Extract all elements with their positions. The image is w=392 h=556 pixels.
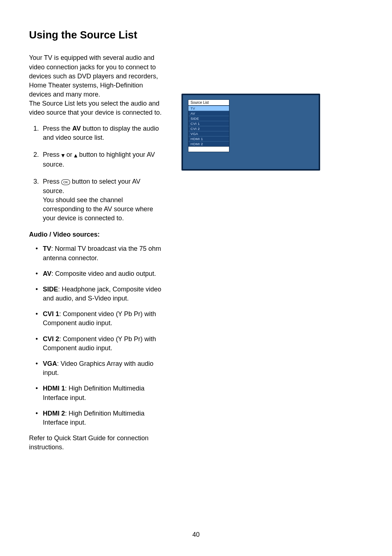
right-column: Source List TV AV SIDE CVI 1 CVI 2 VGA H… xyxy=(181,94,317,171)
osd-item-hdmi2: HDMI 2 xyxy=(188,141,229,146)
osd-item-av: AV xyxy=(188,111,229,116)
source-item: SIDE: Headphone jack, Composite video an… xyxy=(37,285,163,303)
step-3-followup: You should see the channel corresponding… xyxy=(43,196,153,222)
osd-menu: Source List TV AV SIDE CVI 1 CVI 2 VGA H… xyxy=(188,99,229,152)
step-3: Press OK button to select your AV source… xyxy=(41,177,163,223)
osd-item-cvi1: CVI 1 xyxy=(188,121,229,126)
av-button-label: AV xyxy=(72,125,81,132)
intro-paragraph-1: Your TV is equipped with several audio a… xyxy=(29,53,163,99)
osd-footer xyxy=(188,146,229,152)
page-heading: Using the Source List xyxy=(29,29,163,41)
osd-item-cvi2: CVI 2 xyxy=(188,126,229,131)
step-1: Press the AV button to display the audio… xyxy=(41,124,163,142)
intro-paragraph-2: The Source List lets you select the audi… xyxy=(29,99,163,117)
left-column: Using the Source List Your TV is equippe… xyxy=(29,29,163,452)
source-item: TV: Normal TV broadcast via the 75 ohm a… xyxy=(37,244,163,262)
source-item: HDMI 1: High Definition Multimedia Inter… xyxy=(37,384,163,402)
step-2: Press ▾ or ▴ button to highlight your AV… xyxy=(41,150,163,169)
source-item: CVI 1: Component video (Y Pb Pr) with Co… xyxy=(37,310,163,328)
up-arrow-icon: ▴ xyxy=(74,151,77,160)
down-arrow-icon: ▾ xyxy=(61,151,65,160)
source-item: CVI 2: Component video (Y Pb Pr) with Co… xyxy=(37,335,163,353)
source-item: HDMI 2: High Definition Multimedia Inter… xyxy=(37,409,163,427)
osd-item-tv: TV xyxy=(188,106,229,111)
manual-page: Using the Source List Your TV is equippe… xyxy=(0,0,392,556)
sources-list: TV: Normal TV broadcast via the 75 ohm a… xyxy=(29,244,163,427)
source-item: AV: Composite video and audio output. xyxy=(37,269,163,278)
source-item: VGA: Video Graphics Array with audio inp… xyxy=(37,359,163,377)
page-number: 40 xyxy=(0,531,392,539)
steps-list: Press the AV button to display the audio… xyxy=(29,124,163,223)
osd-header: Source List xyxy=(188,100,229,106)
sources-subheading: Audio / Video sources: xyxy=(29,231,163,238)
ok-button-icon: OK xyxy=(61,179,70,185)
osd-item-hdmi1: HDMI 1 xyxy=(188,136,229,141)
outro-text: Refer to Quick Start Guide for connectio… xyxy=(29,434,163,452)
osd-item-side: SIDE xyxy=(188,116,229,121)
source-list-osd-figure: Source List TV AV SIDE CVI 1 CVI 2 VGA H… xyxy=(181,94,320,171)
osd-item-vga: VGA xyxy=(188,131,229,136)
